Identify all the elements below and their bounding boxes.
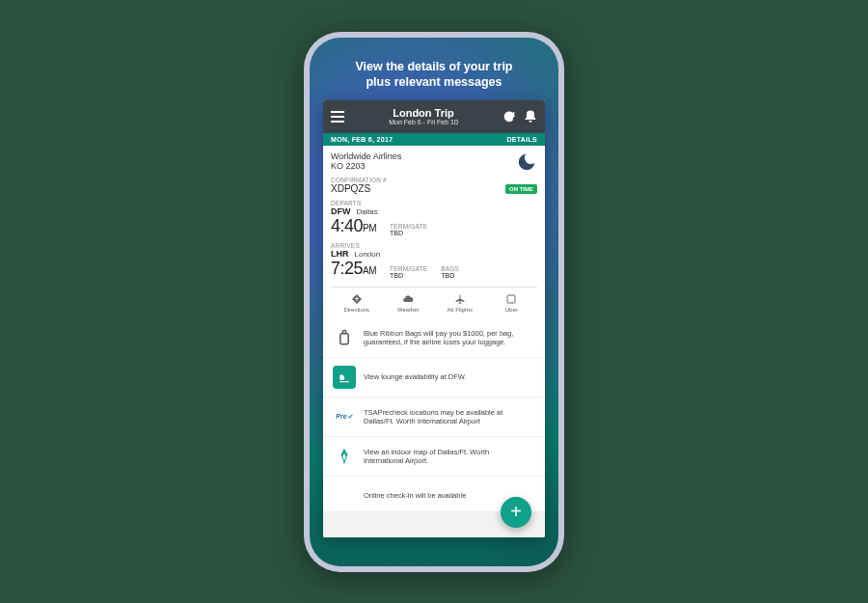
flight-card: Worldwide Airlines KO 2203 CONFIRMATION … <box>323 146 545 318</box>
depart-code: DFW <box>331 206 351 216</box>
airline-name: Worldwide Airlines <box>331 151 401 161</box>
depart-termgate: TERM/GATE TBD <box>390 223 427 236</box>
map-icon <box>333 445 356 468</box>
confirmation-label: CONFIRMATION # <box>331 177 387 183</box>
app-header: London Trip Mon Feb 6 - Fri Feb 10 <box>323 100 545 133</box>
uber-button[interactable]: Uber <box>486 288 538 318</box>
phone-frame: View the details of your trip plus relev… <box>304 32 564 572</box>
add-button[interactable]: + <box>501 497 531 528</box>
uber-icon <box>504 293 518 305</box>
date-label: MON, FEB 6, 2017 <box>331 136 393 143</box>
weather-icon <box>401 293 415 305</box>
list-item[interactable]: Pre✓ TSAPrecheck locations may be availa… <box>323 397 545 437</box>
status-badge: ON TIME <box>505 184 537 194</box>
message-text: TSAPrecheck locations may be available a… <box>364 408 535 427</box>
app-window: London Trip Mon Feb 6 - Fri Feb 10 MON, … <box>323 100 545 536</box>
flight-number: KO 2203 <box>331 161 401 171</box>
arrive-code: LHR <box>331 249 349 259</box>
depart-time: 4:40PM <box>331 216 376 236</box>
date-bar: MON, FEB 6, 2017 DETAILS <box>323 133 545 146</box>
luggage-icon <box>333 326 356 349</box>
weather-button[interactable]: Weather <box>383 288 435 318</box>
header-titles: London Trip Mon Feb 6 - Fri Feb 10 <box>344 107 502 126</box>
arrive-segment: ARRIVES LHR London 7:25AM TERM/GATE TBD <box>331 242 537 279</box>
promo-line2: plus relevant messages <box>329 74 539 91</box>
page-title: London Trip <box>344 107 502 119</box>
menu-icon[interactable] <box>331 111 344 123</box>
svg-rect-0 <box>507 295 515 303</box>
message-text: View an indoor map of Dallas/Ft. Worth I… <box>364 448 535 467</box>
promo-line1: View the details of your trip <box>329 59 539 75</box>
confirmation-value: XDPQZS <box>331 183 387 194</box>
checkin-icon <box>333 484 356 507</box>
refresh-icon[interactable] <box>502 110 516 123</box>
overnight-icon <box>516 151 537 173</box>
message-text: View lounge availability at DFW. <box>364 372 535 382</box>
svg-rect-1 <box>340 334 348 344</box>
arrive-time: 7:25AM <box>331 259 376 279</box>
departs-label: DEPARTS <box>331 200 537 206</box>
directions-button[interactable]: Directions <box>331 288 383 318</box>
alt-flights-button[interactable]: Alt Flights <box>434 288 486 318</box>
promo-text: View the details of your trip plus relev… <box>310 38 558 101</box>
plane-icon <box>453 293 467 305</box>
arrive-city: London <box>355 250 381 259</box>
page-subtitle: Mon Feb 6 - Fri Feb 10 <box>344 119 502 126</box>
arrives-label: ARRIVES <box>331 242 537 249</box>
bell-icon[interactable] <box>524 110 537 123</box>
depart-city: Dallas <box>357 207 378 216</box>
arrive-bags: BAGS TBD <box>441 265 459 279</box>
lounge-icon <box>333 366 356 389</box>
list-item[interactable]: Blue Ribbon Bags will pay you $1000, per… <box>323 318 545 358</box>
phone-screen: View the details of your trip plus relev… <box>310 38 558 566</box>
list-item[interactable]: View lounge availability at DFW. <box>323 358 545 397</box>
directions-icon <box>350 293 364 305</box>
arrive-termgate: TERM/GATE TBD <box>390 265 427 279</box>
action-row: Directions Weather Alt Flights Uber <box>331 287 537 318</box>
message-text: Blue Ribbon Bags will pay you $1000, per… <box>364 329 535 348</box>
list-item[interactable]: View an indoor map of Dallas/Ft. Worth I… <box>323 437 545 477</box>
depart-segment: DEPARTS DFW Dallas 4:40PM TERM/GATE TBD <box>331 200 537 236</box>
details-link[interactable]: DETAILS <box>506 136 537 143</box>
precheck-icon: Pre✓ <box>333 405 356 428</box>
